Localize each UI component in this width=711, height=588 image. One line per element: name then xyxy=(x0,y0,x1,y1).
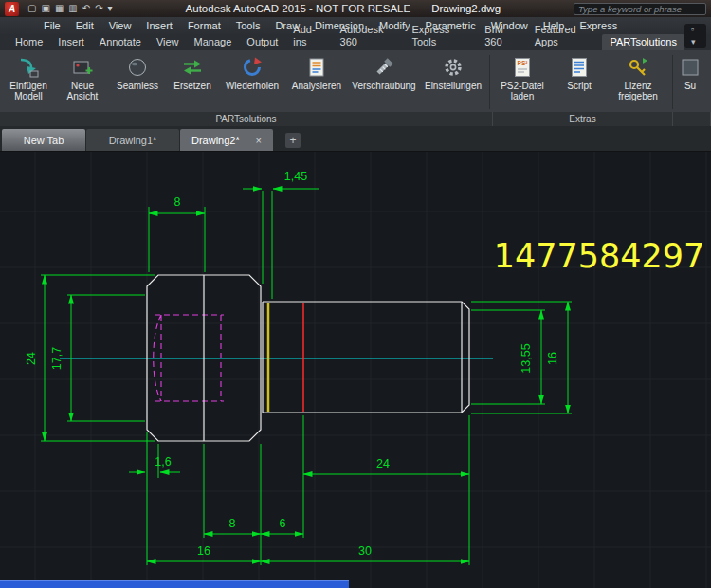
dim-text-neck-len[interactable]: 6 xyxy=(280,517,286,530)
screw-icon xyxy=(372,54,396,80)
ribbon-tab-express-tools[interactable]: Express Tools xyxy=(404,22,477,50)
doc-tab-drawing1[interactable]: Drawing1* xyxy=(86,129,179,151)
menu-edit[interactable]: Edit xyxy=(68,17,101,34)
menu-file[interactable]: File xyxy=(36,17,68,34)
button-label: Neue Ansicht xyxy=(56,81,109,101)
document-title: Drawing2.dwg xyxy=(431,3,501,14)
button-label: Einfügen Modell xyxy=(3,81,54,101)
svg-text:PS²: PS² xyxy=(518,60,529,66)
button-label: Lizenz freigeben xyxy=(607,81,669,101)
repeat-refresh-icon xyxy=(240,54,264,80)
dim-text-washer-width[interactable]: 1,45 xyxy=(284,170,307,183)
ps2-file-icon: PS² xyxy=(510,54,535,80)
dim-text-minor-dia[interactable]: 13,55 xyxy=(520,343,533,373)
clipped-button-icon xyxy=(678,54,702,80)
button-verschraubung[interactable]: Verschraubung xyxy=(350,52,418,91)
ribbon-tab-bar: Home Insert Annotate View Manage Output … xyxy=(0,34,711,50)
help-search-input[interactable] xyxy=(574,3,706,15)
dimension-extension-lines xyxy=(41,191,572,565)
ribbon-tab-output[interactable]: Output xyxy=(239,34,285,50)
drawing-canvas[interactable]: 8 1,45 24 17,7 1,6 8 6 16 30 24 13,55 16… xyxy=(0,152,711,588)
ribbon-tab-insert[interactable]: Insert xyxy=(50,34,92,50)
button-label: Ersetzen xyxy=(173,81,210,91)
button-label: Seamless xyxy=(117,81,158,91)
ribbon-group-separator xyxy=(489,55,490,109)
ribbon-tab-autodesk360[interactable]: Autodesk 360 xyxy=(333,22,405,50)
title-bar: A ▢ ▣ ▦ ▥ ↶ ↷ ▾ Autodesk AutoCAD 2015 - … xyxy=(0,0,711,17)
button-ersetzen[interactable]: Ersetzen xyxy=(166,52,219,91)
app-title: Autodesk AutoCAD 2015 - NOT FOR RESALE xyxy=(186,3,411,14)
button-label: Einstellungen xyxy=(425,81,482,91)
new-file-icon[interactable]: ▢ xyxy=(27,0,36,17)
redo-icon[interactable]: ↷ xyxy=(95,0,102,17)
cad-drawing: 8 1,45 24 17,7 1,6 8 6 16 30 24 13,55 16… xyxy=(0,152,711,588)
analyze-document-icon xyxy=(304,54,329,80)
button-label: Wiederholen xyxy=(226,81,279,91)
button-label: Analysieren xyxy=(292,81,341,91)
insert-model-icon xyxy=(16,54,41,80)
close-tab-icon[interactable]: × xyxy=(256,135,262,146)
button-einfuegen-modell[interactable]: Einfügen Modell xyxy=(3,52,54,101)
doc-tab-drawing2-active[interactable]: Drawing2* × xyxy=(180,129,273,151)
ribbon-tab-addins[interactable]: Add-ins xyxy=(285,22,332,50)
autocad-window: A ▢ ▣ ▦ ▥ ↶ ↷ ▾ Autodesk AutoCAD 2015 - … xyxy=(0,0,711,588)
menu-format[interactable]: Format xyxy=(180,17,228,34)
ribbon-group-separator xyxy=(672,55,673,109)
button-wiederholen[interactable]: Wiederholen xyxy=(221,52,283,91)
license-key-icon xyxy=(626,54,650,80)
menu-view[interactable]: View xyxy=(101,17,139,34)
seamless-sphere-icon xyxy=(125,54,150,80)
button-label: Su xyxy=(684,81,696,91)
ribbon-tab-manage[interactable]: Manage xyxy=(187,34,240,50)
dim-text-major-dia[interactable]: 16 xyxy=(546,352,559,365)
button-lizenz-freigeben[interactable]: Lizenz freigeben xyxy=(607,52,669,101)
panel-label-partsolutions[interactable]: PARTsolutions xyxy=(0,112,493,126)
plot-icon[interactable]: ▥ xyxy=(68,0,77,17)
doc-tab-new-tab[interactable]: New Tab xyxy=(2,129,85,151)
quick-access-toolbar: ▢ ▣ ▦ ▥ ↶ ↷ ▾ xyxy=(27,0,113,17)
button-su-clipped[interactable]: Su xyxy=(676,52,704,91)
ribbon-display-toggle[interactable]: ▫ ▾ xyxy=(684,24,706,48)
ribbon-tab-bim360[interactable]: BIM 360 xyxy=(477,22,526,50)
replace-arrows-icon xyxy=(180,54,205,80)
open-file-icon[interactable]: ▣ xyxy=(41,0,49,17)
command-panel-edge xyxy=(0,580,349,588)
button-ps2-datei-laden[interactable]: PS² PS2-Datei laden xyxy=(493,52,552,101)
ribbon-panel: Einfügen Modell Neue Ansicht Seamless Er… xyxy=(0,50,711,112)
window-title: Autodesk AutoCAD 2015 - NOT FOR RESALE D… xyxy=(186,3,501,14)
button-neue-ansicht[interactable]: Neue Ansicht xyxy=(56,52,109,101)
ribbon-panel-labels: PARTsolutions Extras xyxy=(0,112,711,126)
part-id-text[interactable]: 1477584297 xyxy=(494,237,705,275)
button-einstellungen[interactable]: Einstellungen xyxy=(420,52,486,91)
ribbon-tab-partsolutions[interactable]: PARTsolutions xyxy=(602,34,684,50)
doc-tab-label: Drawing2* xyxy=(191,135,240,146)
button-script[interactable]: Script xyxy=(554,52,605,91)
undo-icon[interactable]: ↶ xyxy=(82,0,90,17)
new-drawing-tab-button[interactable]: + xyxy=(285,133,301,148)
dim-text-across-flats[interactable]: 17,7 xyxy=(50,347,64,370)
ribbon-tab-annotate[interactable]: Annotate xyxy=(92,34,149,50)
grid-lines xyxy=(0,152,711,588)
dim-text-chamfer[interactable]: 1,6 xyxy=(155,455,171,469)
qat-dropdown-icon[interactable]: ▾ xyxy=(108,0,113,17)
menu-insert[interactable]: Insert xyxy=(138,17,180,34)
button-label: Verschraubung xyxy=(352,81,415,91)
new-view-icon xyxy=(70,54,95,80)
button-seamless[interactable]: Seamless xyxy=(111,52,164,91)
dim-text-thread-len[interactable]: 24 xyxy=(376,457,390,470)
save-file-icon[interactable]: ▦ xyxy=(55,0,64,17)
button-analysieren[interactable]: Analysieren xyxy=(285,52,348,91)
autocad-app-logo-icon[interactable]: A xyxy=(5,2,19,16)
doc-tab-label: Drawing1* xyxy=(109,135,157,146)
ribbon-tab-view[interactable]: View xyxy=(149,34,187,50)
dim-text-head-len[interactable]: 16 xyxy=(197,544,210,558)
ribbon-tab-home[interactable]: Home xyxy=(8,34,50,50)
dim-text-flat-len[interactable]: 8 xyxy=(229,517,236,530)
menu-tools[interactable]: Tools xyxy=(228,17,268,34)
panel-label-extras[interactable]: Extras xyxy=(493,112,673,126)
gear-icon xyxy=(441,54,465,80)
ribbon-tab-featured-apps[interactable]: Featured Apps xyxy=(527,22,603,50)
dim-text-shank-len[interactable]: 30 xyxy=(358,544,372,558)
dim-text-top-flat[interactable]: 8 xyxy=(174,195,181,209)
dim-text-head-od[interactable]: 24 xyxy=(25,352,38,365)
